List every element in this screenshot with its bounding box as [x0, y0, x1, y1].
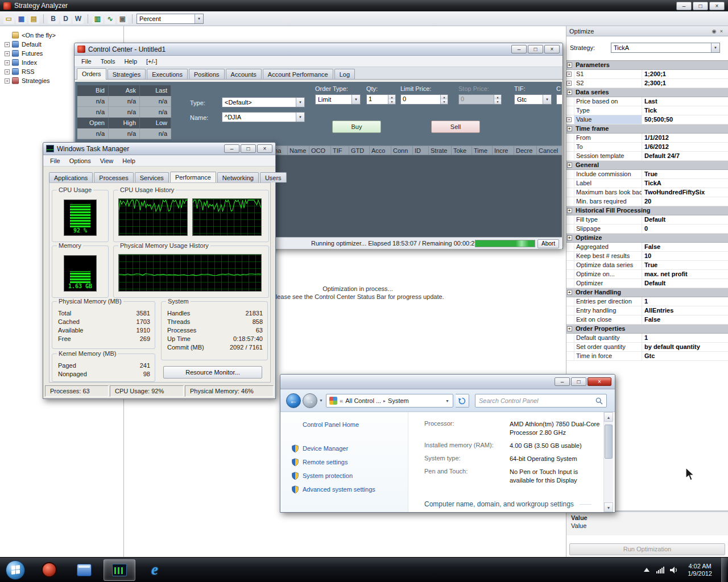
taskbar-app-internet-explorer[interactable]: e: [139, 559, 171, 581]
column-header-oco[interactable]: OCO: [309, 146, 331, 155]
period-week-icon[interactable]: W: [73, 14, 84, 24]
nav-control-panel-home[interactable]: Control Panel Home: [281, 420, 408, 429]
grid-value[interactable]: by default quantity: [642, 343, 728, 351]
grid-row-include-commission[interactable]: Include commissionTrue: [566, 170, 728, 179]
tab-performance[interactable]: Performance: [170, 172, 216, 183]
menu-help[interactable]: Help: [119, 57, 142, 66]
expand-icon[interactable]: +: [567, 235, 572, 240]
tab-orders[interactable]: Orders: [77, 68, 106, 80]
grid-row-optimize-on[interactable]: Optimize on...max. net profit: [566, 270, 728, 279]
expand-icon[interactable]: +: [5, 60, 10, 65]
column-header-conn[interactable]: Conn: [391, 146, 413, 155]
task-manager-titlebar[interactable]: Windows Task Manager – □ ×: [43, 143, 275, 155]
grid-row-optimizer[interactable]: OptimizerDefault: [566, 279, 728, 288]
column-header-id[interactable]: ID: [413, 146, 429, 155]
nav-link-system-protection[interactable]: System protection: [281, 469, 408, 483]
close-button[interactable]: ×: [588, 377, 611, 386]
grid-row-keep-best-results[interactable]: Keep best # results10: [566, 252, 728, 261]
zoom-mode-select[interactable]: Percent ▼: [136, 14, 204, 24]
menu-item[interactable]: [+/-]: [142, 57, 162, 66]
tab-processes[interactable]: Processes: [94, 172, 133, 182]
grid-value[interactable]: Default 24/7: [642, 152, 728, 160]
minimize-button[interactable]: –: [555, 377, 570, 386]
tab-account-performance[interactable]: Account Performance: [263, 69, 333, 79]
grid-value[interactable]: Default: [642, 279, 728, 288]
column-header-strate[interactable]: Strate: [429, 146, 452, 155]
grid-value[interactable]: 50;500;50: [642, 115, 728, 124]
open-icon[interactable]: ▭: [3, 14, 14, 24]
buy-button[interactable]: Buy: [332, 120, 381, 133]
vertical-scrollbar[interactable]: ▲ ▼: [603, 412, 613, 512]
expand-icon[interactable]: +: [567, 326, 572, 331]
grid-row-optimize-data-series[interactable]: Optimize data seriesTrue: [566, 261, 728, 270]
tab-accounts[interactable]: Accounts: [226, 69, 262, 79]
grid-row-type[interactable]: TypeTick: [566, 106, 728, 115]
menu-view[interactable]: View: [96, 156, 118, 165]
refresh-button[interactable]: [456, 394, 469, 408]
breadcrumb-item-system[interactable]: System: [386, 397, 411, 404]
run-optimization-button[interactable]: Run Optimization: [569, 543, 725, 555]
panel-close-icon[interactable]: ×: [718, 28, 725, 35]
period-bar-icon[interactable]: B: [48, 14, 59, 24]
hidden-icons-chevron[interactable]: [642, 566, 651, 575]
control-panel-titlebar[interactable]: – □ ×: [280, 375, 615, 389]
menu-options[interactable]: Options: [65, 156, 96, 165]
grid-value[interactable]: 0: [642, 225, 728, 233]
grid-row-exit-on-close[interactable]: Exit on closeFalse: [566, 315, 728, 325]
close-button[interactable]: ×: [544, 45, 560, 53]
expand-icon[interactable]: +: [567, 90, 572, 95]
nav-link-advanced-system-settings[interactable]: Advanced system settings: [281, 483, 408, 496]
expand-icon[interactable]: +: [567, 290, 572, 295]
strategy-select[interactable]: TickA ▼: [611, 43, 720, 53]
expand-icon[interactable]: +: [567, 208, 572, 213]
app-titlebar[interactable]: Strategy Analyzer – □ ×: [0, 0, 728, 11]
sell-button[interactable]: Sell: [431, 120, 480, 133]
instrument-select[interactable]: ^DJIA▼: [222, 112, 305, 122]
column-header-name[interactable]: Name: [288, 146, 309, 155]
taskbar-app-ninjatrader[interactable]: [33, 559, 65, 581]
grid-row-default-quantity[interactable]: Default quantity1: [566, 334, 728, 343]
tab-services[interactable]: Services: [135, 172, 169, 182]
menu-file[interactable]: File: [46, 156, 65, 165]
tab-users[interactable]: Users: [260, 172, 287, 182]
expand-icon[interactable]: +: [567, 126, 572, 131]
grid-value[interactable]: True: [642, 261, 728, 269]
grid-section-time-frame[interactable]: +Time frame: [566, 124, 728, 134]
grid-value[interactable]: Last: [642, 97, 728, 106]
spinner-arrows[interactable]: ▲▼: [440, 95, 448, 104]
panel-pin-icon[interactable]: ◉: [710, 28, 718, 35]
grid-value[interactable]: True: [642, 170, 728, 178]
period-day-icon[interactable]: D: [60, 14, 71, 24]
grid-value[interactable]: 10: [642, 252, 728, 260]
tab-strategies[interactable]: Strategies: [107, 69, 146, 79]
order-type-select[interactable]: Limit▼: [315, 94, 361, 105]
grid-section-historical-fill-processing[interactable]: +Historical Fill Processing: [566, 206, 728, 215]
tab-networking[interactable]: Networking: [217, 172, 259, 182]
column-header-incre[interactable]: Incre: [493, 146, 514, 155]
close-button[interactable]: ×: [257, 144, 272, 153]
abort-button[interactable]: Abort: [537, 239, 559, 248]
column-header-tif[interactable]: TIF: [331, 146, 349, 155]
search-input[interactable]: Search Control Panel: [475, 394, 607, 408]
column-header-gtd[interactable]: GTD: [349, 146, 370, 155]
grid-value[interactable]: TickA: [642, 179, 728, 188]
column-header-decre[interactable]: Decre: [514, 146, 537, 155]
grid-section-order-handling[interactable]: +Order Handling: [566, 288, 728, 297]
back-button[interactable]: ←: [286, 393, 301, 408]
grid-value[interactable]: AllEntries: [642, 306, 728, 315]
nav-link-device-manager[interactable]: Device Manager: [281, 442, 408, 455]
grid-row-set-order-quantity[interactable]: Set order quantityby default quantity: [566, 343, 728, 352]
grid-value[interactable]: Default: [642, 215, 728, 224]
grid-value[interactable]: 20: [642, 197, 728, 206]
minimize-button[interactable]: –: [676, 2, 692, 10]
note-icon[interactable]: ▤: [28, 14, 39, 24]
grid-value[interactable]: 1;200;1: [642, 70, 728, 78]
grid-value[interactable]: 2;300;1: [642, 79, 728, 88]
grid-row-aggregated[interactable]: AggregatedFalse: [566, 243, 728, 252]
grid-value[interactable]: 1/6/2012: [642, 143, 728, 151]
grid-section-optimize[interactable]: +Optimize: [566, 234, 728, 243]
grid-value[interactable]: 1: [642, 334, 728, 342]
resource-monitor-button[interactable]: Resource Monitor...: [163, 366, 262, 379]
grid-value[interactable]: 1/1/2012: [642, 134, 728, 142]
grid-row-s2[interactable]: +S22;300;1: [566, 79, 728, 88]
